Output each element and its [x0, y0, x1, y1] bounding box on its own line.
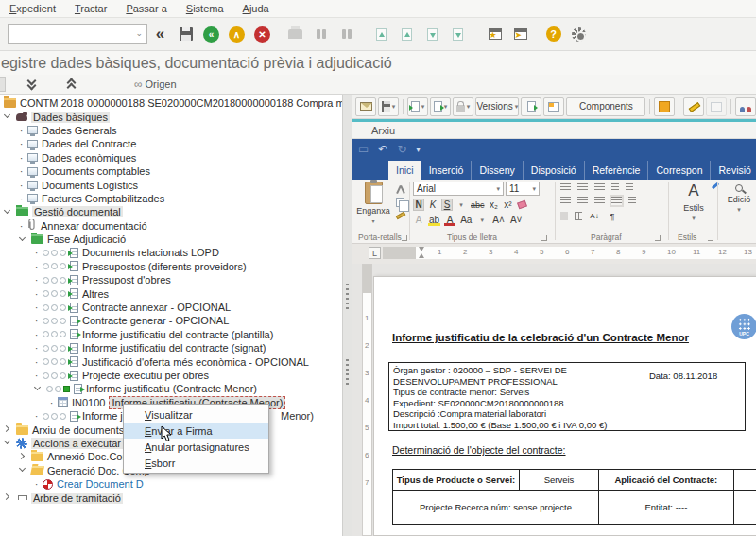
text-effects-icon[interactable]: A	[413, 214, 424, 226]
borders-icon[interactable]	[575, 212, 582, 220]
underline-dropdown-icon[interactable]: ▾	[455, 199, 467, 211]
components-button[interactable]: Components	[566, 97, 645, 116]
tree-item[interactable]: ·Documents comptables	[0, 164, 342, 178]
new-doc-icon[interactable]	[521, 97, 541, 116]
collapse-icon[interactable]	[4, 439, 12, 447]
tree-item[interactable]: ·Projecte executiu per obres	[0, 369, 342, 382]
bold-button[interactable]: N	[413, 199, 424, 211]
pilcrow-icon[interactable]: ¶	[607, 210, 618, 222]
tree-item[interactable]: ·Pressupostos (diferents proveidors)	[0, 260, 342, 273]
back-icon[interactable]: «	[147, 22, 173, 46]
collapse-icon[interactable]	[34, 385, 43, 393]
paste-button[interactable]: Enganxa ▾	[354, 182, 392, 225]
tree-item-label[interactable]: Crear Document D	[57, 478, 144, 490]
people-icon[interactable]	[735, 97, 756, 116]
tree-item[interactable]: ·Annexar documentació	[0, 219, 342, 233]
menu-item-ajuda[interactable]: Ajuda	[237, 1, 279, 16]
tree-item-label[interactable]: Accions a executar	[31, 438, 123, 449]
print-icon[interactable]	[283, 22, 308, 46]
tree-item-label[interactable]: Factures Comptabilitzades	[42, 193, 164, 204]
tree-item[interactable]: ·Informe justificatiu del contracte (pla…	[0, 328, 342, 341]
tab-referèncie[interactable]: Referèncie	[585, 161, 649, 180]
quick-save-icon[interactable]: ▭	[358, 143, 369, 156]
numbering-icon[interactable]	[577, 183, 588, 192]
tree-item[interactable]: Informe justificatiu (Contracte Menor)	[0, 382, 342, 395]
copy-icon[interactable]	[396, 198, 407, 207]
highlight-icon[interactable]: ab	[428, 214, 440, 226]
document-page[interactable]: UPC Informe justificatiu de la celebraci…	[373, 276, 756, 536]
tree-item[interactable]: ·Informe justificatiu del contracte (sig…	[0, 341, 342, 354]
line-spacing-icon[interactable]	[628, 197, 636, 205]
new-session-icon[interactable]: ★	[482, 22, 507, 46]
dialog-launcher-icon[interactable]	[655, 235, 661, 241]
undo-icon[interactable]: ↶	[378, 143, 387, 156]
font-name-select[interactable]: Arial▾	[413, 182, 504, 196]
tree-item-label[interactable]: Altres	[82, 288, 109, 300]
cut-icon[interactable]	[396, 184, 407, 194]
font-color-icon[interactable]: A	[444, 214, 455, 226]
tree-item[interactable]: ·Dades econòmiques	[0, 151, 342, 164]
tree-item[interactable]: ·Altres	[0, 286, 342, 300]
quick-access-dropdown-icon[interactable]: ▾	[416, 146, 420, 154]
tree-item-label[interactable]: Pressupostos (diferents proveidors)	[82, 261, 247, 272]
prev-page-icon[interactable]	[394, 22, 420, 46]
bullets-icon[interactable]	[560, 183, 571, 192]
tab-selector[interactable]: L	[369, 247, 381, 259]
context-menu-item-visualitzar[interactable]: Visualitzar	[124, 406, 268, 423]
tree-item-label[interactable]: Arbre de tramitació	[31, 493, 123, 504]
tree-item[interactable]: Fase Adjudicació	[0, 233, 342, 246]
tree-item[interactable]: ·Documents Logístics	[0, 178, 342, 191]
cancel-icon[interactable]: ✕	[249, 22, 275, 46]
grow-font-icon[interactable]: A˄	[491, 214, 506, 226]
expand-icon[interactable]	[4, 425, 12, 434]
clear-format-icon[interactable]	[517, 199, 528, 211]
tree-item-label[interactable]: Fase Adjudicació	[47, 233, 126, 245]
tree-item[interactable]: ·Dades Generals	[0, 124, 342, 137]
tree-item-label[interactable]: Informe justificatiu (Contracte Menor)	[86, 383, 257, 394]
subscript-button[interactable]: x₂	[489, 199, 500, 211]
menu-item-passar-a[interactable]: Passar a	[120, 1, 176, 16]
shortcut-icon[interactable]: ➤	[507, 22, 533, 46]
lock-icon[interactable]: ▾	[453, 97, 473, 116]
tree-item[interactable]: Dades bàsiques	[0, 110, 342, 123]
tree-item-label[interactable]: Dades del Contracte	[42, 138, 136, 149]
tree-item-label[interactable]: Informe justificatiu del contracte (plan…	[82, 329, 273, 340]
tree-item-label[interactable]: Contracte generar - OPCIONAL	[82, 315, 229, 326]
vertical-ruler[interactable]: 1234567	[362, 264, 372, 536]
find-next-icon[interactable]	[334, 22, 359, 46]
save-icon[interactable]: ▾	[378, 97, 399, 116]
save-icon[interactable]	[173, 22, 198, 46]
tree-item[interactable]: Arbre de tramitació	[0, 491, 342, 504]
expand-icon[interactable]	[4, 493, 12, 502]
increase-indent-icon[interactable]	[626, 183, 633, 192]
align-left-icon[interactable]	[560, 197, 571, 205]
next-page-icon[interactable]	[420, 22, 445, 46]
multilevel-icon[interactable]	[594, 183, 605, 192]
strikethrough-button[interactable]: abc	[470, 199, 486, 211]
tree-item[interactable]: CONTM 2018 0000000188 SE020000CM20180000…	[0, 96, 342, 110]
layout-grid-icon[interactable]	[543, 97, 564, 116]
context-menu-item-anular-portasignatures[interactable]: Anular portasignatures	[124, 439, 268, 455]
context-menu-item-esborr[interactable]: Esborr	[124, 455, 268, 471]
superscript-button[interactable]: x²	[503, 199, 514, 211]
tree-item-label[interactable]: Informe justificatiu del contracte (sign…	[82, 342, 266, 354]
underline-button[interactable]: S	[441, 199, 453, 211]
menu-item-tractar[interactable]: Tractar	[69, 1, 116, 16]
tree-item[interactable]: ·Contracte generar - OPCIONAL	[0, 314, 342, 327]
up-icon[interactable]: ∧	[224, 22, 249, 46]
tab-disposició[interactable]: Disposició	[524, 161, 585, 180]
styles-button[interactable]: A Estils▾	[674, 182, 713, 222]
shading-icon[interactable]	[560, 212, 568, 220]
italic-button[interactable]: K	[427, 199, 438, 211]
pane-splitter[interactable]	[342, 95, 352, 536]
decrease-indent-icon[interactable]	[611, 183, 619, 192]
expand-icon[interactable]	[19, 453, 27, 461]
customize-icon[interactable]	[566, 22, 592, 46]
font-size-select[interactable]: 11▾	[506, 182, 540, 196]
indent-marker[interactable]	[419, 247, 425, 258]
tree-item-label[interactable]: Projecte executiu per obres	[82, 370, 209, 381]
tree-item[interactable]: Gestió documental	[0, 205, 342, 218]
tab-inici[interactable]: Inici	[388, 161, 421, 180]
collapse-all-icon[interactable]	[66, 78, 79, 90]
exit-icon[interactable]: «	[198, 22, 224, 46]
